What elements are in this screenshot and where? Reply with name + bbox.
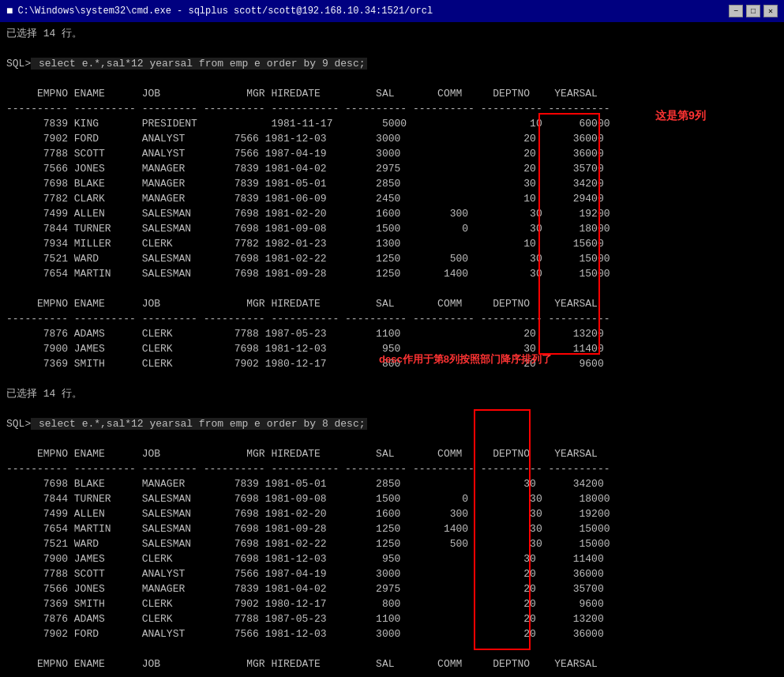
title-bar-controls[interactable]: − □ ✕ bbox=[729, 5, 778, 17]
line-sql1: SQL> select e.*,sal*12 yearsal from emp … bbox=[6, 57, 778, 72]
header2: EMPNO ENAME JOB MGR HIREDATE SAL COMM DE… bbox=[6, 297, 778, 312]
title-bar-title: C:\Windows\system32\cmd.exe - sqlplus sc… bbox=[17, 6, 433, 17]
title-bar-left: ■ C:\Windows\system32\cmd.exe - sqlplus … bbox=[6, 5, 433, 17]
row2-9: 7369 SMITH CLERK 7902 1980-12-17 800 20 … bbox=[6, 597, 778, 612]
row2-7: 7788 SCOTT ANALYST 7566 1987-04-19 3000 … bbox=[6, 567, 778, 582]
row1-8: 7844 TURNER SALESMAN 7698 1981-09-08 150… bbox=[6, 222, 778, 237]
annotation-desc: desc作用于第8列按照部门降序排列了 bbox=[379, 352, 552, 367]
row2-4: 7654 MARTIN SALESMAN 7698 1981-09-28 125… bbox=[6, 522, 778, 537]
row2-8: 7566 JONES MANAGER 7839 1981-04-02 2975 … bbox=[6, 582, 778, 597]
row2-1: 7698 BLAKE MANAGER 7839 1981-05-01 2850 … bbox=[6, 477, 778, 492]
row1-2: 7902 FORD ANALYST 7566 1981-12-03 3000 2… bbox=[6, 132, 778, 147]
row1-4: 7566 JONES MANAGER 7839 1981-04-02 2975 … bbox=[6, 162, 778, 177]
line-blank5 bbox=[6, 642, 778, 657]
line-blank3 bbox=[6, 402, 778, 417]
sep2: ---------- ---------- --------- --------… bbox=[6, 312, 778, 327]
row2-5: 7521 WARD SALESMAN 7698 1981-02-22 1250 … bbox=[6, 537, 778, 552]
header1: EMPNO ENAME JOB MGR HIREDATE SAL COMM DE… bbox=[6, 87, 778, 102]
line-blank2 bbox=[6, 372, 778, 387]
header3: EMPNO ENAME JOB MGR HIREDATE SAL COMM DE… bbox=[6, 447, 778, 462]
line-1: 已选择 14 行。 bbox=[6, 27, 778, 42]
line-3 bbox=[6, 72, 778, 87]
row1-5: 7698 BLAKE MANAGER 7839 1981-05-01 2850 … bbox=[6, 177, 778, 192]
row2-2: 7844 TURNER SALESMAN 7698 1981-09-08 150… bbox=[6, 492, 778, 507]
line-blank4 bbox=[6, 432, 778, 447]
selected1: 已选择 14 行。 bbox=[6, 387, 778, 402]
line-sql2: SQL> select e.*,sal*12 yearsal from emp … bbox=[6, 417, 778, 432]
sep4: ---------- ---------- --------- --------… bbox=[6, 672, 778, 677]
row1-9: 7934 MILLER CLERK 7782 1982-01-23 1300 1… bbox=[6, 237, 778, 252]
row1-11: 7654 MARTIN SALESMAN 7698 1981-09-28 125… bbox=[6, 267, 778, 282]
row1-6: 7782 CLARK MANAGER 7839 1981-06-09 2450 … bbox=[6, 192, 778, 207]
row2-11: 7902 FORD ANALYST 7566 1981-12-03 3000 2… bbox=[6, 627, 778, 642]
sep3: ---------- ---------- --------- --------… bbox=[6, 462, 778, 477]
title-bar: ■ C:\Windows\system32\cmd.exe - sqlplus … bbox=[0, 0, 784, 22]
line-2 bbox=[6, 42, 778, 57]
row1-7: 7499 ALLEN SALESMAN 7698 1981-02-20 1600… bbox=[6, 207, 778, 222]
header4: EMPNO ENAME JOB MGR HIREDATE SAL COMM DE… bbox=[6, 657, 778, 672]
row2-6: 7900 JAMES CLERK 7698 1981-12-03 950 30 … bbox=[6, 552, 778, 567]
row1-10: 7521 WARD SALESMAN 7698 1981-02-22 1250 … bbox=[6, 252, 778, 267]
maximize-button[interactable]: □ bbox=[746, 5, 760, 17]
close-button[interactable]: ✕ bbox=[763, 5, 778, 17]
minimize-button[interactable]: − bbox=[729, 5, 743, 17]
row2-10: 7876 ADAMS CLERK 7788 1987-05-23 1100 20… bbox=[6, 612, 778, 627]
row2-3: 7499 ALLEN SALESMAN 7698 1981-02-20 1600… bbox=[6, 507, 778, 522]
annotation-col9: 这是第9列 bbox=[655, 109, 706, 123]
title-bar-icon: ■ bbox=[6, 5, 13, 17]
line-blank1 bbox=[6, 282, 778, 297]
terminal: 这是第9列 desc作用于第8列按照部门降序排列了 已选择 14 行。 SQL>… bbox=[0, 22, 784, 677]
row1-3: 7788 SCOTT ANALYST 7566 1987-04-19 3000 … bbox=[6, 147, 778, 162]
row1-12: 7876 ADAMS CLERK 7788 1987-05-23 1100 20… bbox=[6, 327, 778, 342]
